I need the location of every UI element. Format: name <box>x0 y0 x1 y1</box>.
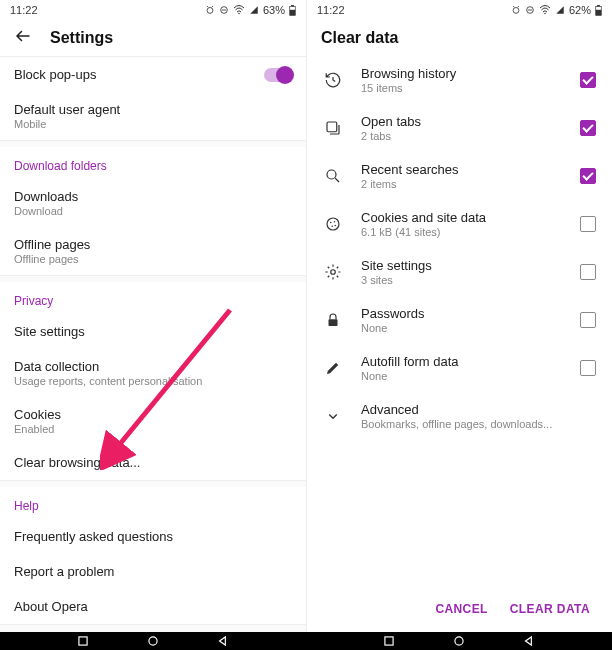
row-label: Site settings <box>14 324 85 339</box>
row-about-opera[interactable]: About Opera <box>0 589 306 624</box>
row-block-popups[interactable]: Block pop-ups <box>0 57 306 92</box>
back-button[interactable] <box>14 27 32 49</box>
pencil-icon <box>323 359 343 377</box>
row-sub: Mobile <box>14 118 292 130</box>
checkbox[interactable] <box>580 72 596 88</box>
section-help: Help Frequently asked questions Report a… <box>0 487 306 625</box>
signal-icon <box>555 5 565 15</box>
alarm-icon <box>511 5 521 15</box>
dialog-actions: CANCEL CLEAR DATA <box>307 588 612 632</box>
chevron-down-icon <box>323 407 343 425</box>
nav-back-icon[interactable] <box>522 634 536 648</box>
svg-rect-24 <box>385 637 393 645</box>
wifi-icon <box>539 5 551 15</box>
item-sub: 3 sites <box>361 274 562 286</box>
section-header: Help <box>0 487 306 519</box>
row-cookies[interactable]: Cookies Enabled <box>0 397 306 445</box>
row-label: Report a problem <box>14 564 114 579</box>
row-data-collection[interactable]: Data collection Usage reports, content p… <box>0 349 306 397</box>
toggle-switch[interactable] <box>264 68 292 82</box>
section-downloads: Download folders Downloads Download Offl… <box>0 147 306 276</box>
clear-data-button[interactable]: CLEAR DATA <box>510 602 590 616</box>
row-downloads[interactable]: Downloads Download <box>0 179 306 227</box>
item-sub: 2 items <box>361 178 562 190</box>
lock-icon <box>323 311 343 329</box>
checkbox[interactable] <box>580 168 596 184</box>
tabs-icon <box>323 119 343 137</box>
row-offline-pages[interactable]: Offline pages Offline pages <box>0 227 306 275</box>
cancel-button[interactable]: CANCEL <box>435 602 487 616</box>
item-title: Passwords <box>361 306 562 321</box>
checkbox[interactable] <box>580 360 596 376</box>
row-user-agent[interactable]: Default user agent Mobile <box>0 92 306 140</box>
settings-list[interactable]: Block pop-ups Default user agent Mobile … <box>0 56 306 632</box>
svg-point-15 <box>327 218 339 230</box>
clear-data-list: Browsing history15 items Open tabs2 tabs… <box>307 56 612 588</box>
status-time: 11:22 <box>10 4 38 16</box>
row-site-settings[interactable]: Site settings <box>0 314 306 349</box>
clear-data-screen: 11:22 62% Clear data Browsing history15 … <box>306 0 612 632</box>
row-label: Block pop-ups <box>14 67 96 82</box>
section-header: Download folders <box>0 147 306 179</box>
checkbox[interactable] <box>580 312 596 328</box>
row-recent-searches[interactable]: Recent searches2 items <box>307 152 612 200</box>
row-label: Data collection <box>14 359 99 374</box>
battery-icon <box>289 5 296 16</box>
nav-recent-icon[interactable] <box>76 634 90 648</box>
item-title: Site settings <box>361 258 562 273</box>
row-report-problem[interactable]: Report a problem <box>0 554 306 589</box>
nav-home-icon[interactable] <box>452 634 466 648</box>
row-browsing-history[interactable]: Browsing history15 items <box>307 56 612 104</box>
svg-point-2 <box>238 13 240 15</box>
gear-icon <box>323 263 343 281</box>
svg-rect-4 <box>291 5 294 6</box>
history-icon <box>323 71 343 89</box>
item-sub: 2 tabs <box>361 130 562 142</box>
item-title: Browsing history <box>361 66 562 81</box>
svg-rect-5 <box>290 9 296 15</box>
title-bar: Clear data <box>307 20 612 56</box>
svg-rect-22 <box>79 637 87 645</box>
row-autofill[interactable]: Autofill form dataNone <box>307 344 612 392</box>
row-advanced[interactable]: AdvancedBookmarks, offline pages, downlo… <box>307 392 612 440</box>
page-title: Clear data <box>321 29 398 47</box>
wifi-icon <box>233 5 245 15</box>
svg-point-14 <box>327 170 336 179</box>
item-sub: Bookmarks, offline pages, downloads... <box>361 418 596 430</box>
nav-recent-icon[interactable] <box>382 634 396 648</box>
svg-point-19 <box>335 225 337 227</box>
dnd-icon <box>525 5 535 15</box>
row-site-settings[interactable]: Site settings3 sites <box>307 248 612 296</box>
arrow-left-icon <box>14 27 32 45</box>
search-icon <box>323 167 343 185</box>
row-passwords[interactable]: PasswordsNone <box>307 296 612 344</box>
checkbox[interactable] <box>580 216 596 232</box>
svg-point-18 <box>332 226 334 228</box>
battery-icon <box>595 5 602 16</box>
svg-rect-12 <box>596 9 602 15</box>
nav-home-icon[interactable] <box>146 634 160 648</box>
section-privacy: Privacy Site settings Data collection Us… <box>0 282 306 481</box>
checkbox[interactable] <box>580 120 596 136</box>
svg-point-25 <box>455 637 463 645</box>
svg-rect-21 <box>329 319 338 326</box>
page-title: Settings <box>50 29 113 47</box>
status-bar: 11:22 63% <box>0 0 306 20</box>
row-label: Frequently asked questions <box>14 529 173 544</box>
battery-percent: 63% <box>263 4 285 16</box>
item-sub: None <box>361 322 562 334</box>
row-open-tabs[interactable]: Open tabs2 tabs <box>307 104 612 152</box>
row-label: Default user agent <box>14 102 120 117</box>
status-time: 11:22 <box>317 4 345 16</box>
row-faq[interactable]: Frequently asked questions <box>0 519 306 554</box>
svg-point-9 <box>544 13 546 15</box>
row-cookies-site-data[interactable]: Cookies and site data6.1 kB (41 sites) <box>307 200 612 248</box>
status-bar: 11:22 62% <box>307 0 612 20</box>
row-clear-browsing-data[interactable]: Clear browsing data... <box>0 445 306 480</box>
svg-point-20 <box>331 270 336 275</box>
checkbox[interactable] <box>580 264 596 280</box>
item-sub: 15 items <box>361 82 562 94</box>
row-label: Downloads <box>14 189 78 204</box>
row-label: Cookies <box>14 407 61 422</box>
nav-back-icon[interactable] <box>216 634 230 648</box>
